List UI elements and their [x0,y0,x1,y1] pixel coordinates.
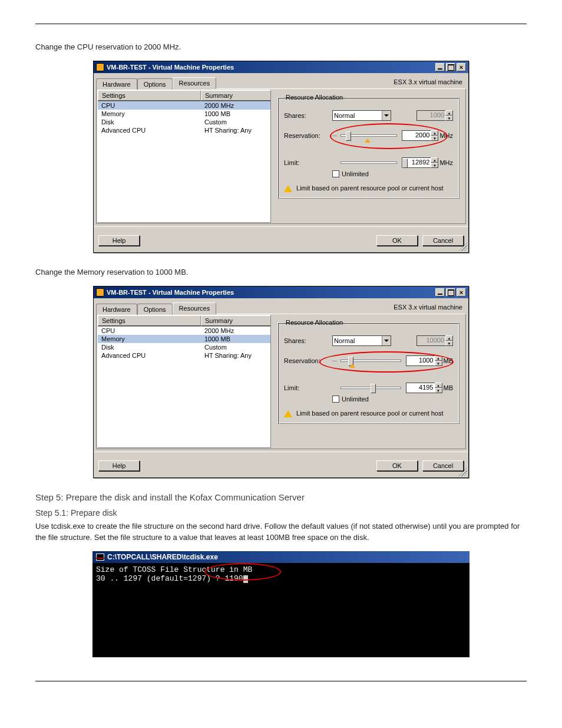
unlimited-label: Unlimited [342,396,369,403]
section-5-title: Step 5: Prepare the disk and install the… [35,492,527,502]
shares-value: Normal [334,112,355,119]
unlimited-checkbox[interactable] [332,396,339,403]
list-rows: CPU 2000 MHz Memory 1000 MB Disk Custom … [98,101,270,222]
row-name: Memory [98,110,201,118]
row-summary: 1000 MB [201,335,270,343]
shares-row: Shares: Normal 10000 ▲▼ [284,335,453,346]
console-title-text: C:\TOPCALL\SHARED\tcdisk.exe [107,553,218,561]
shares-select[interactable]: Normal [332,335,391,346]
resource-allocation-pane: Resource Allocation Shares: Normal 10000… [272,314,465,449]
row-name: Advanced CPU [98,351,201,360]
cursor-icon [243,575,248,583]
tab-resources[interactable]: Resources [173,302,217,314]
tab-bar: Hardware Options Resources ESX 3.x virtu… [94,73,468,88]
header-settings[interactable]: Settings [98,315,201,326]
reservation-label: Reservation: [284,357,332,364]
list-row-advanced-cpu[interactable]: Advanced CPU HT Sharing: Any [98,126,270,134]
limit-spinner[interactable]: ▲▼ [435,383,442,393]
console-titlebar[interactable]: C:\TOPCALL\SHARED\tcdisk.exe [92,551,470,563]
ok-button[interactable]: OK [376,235,418,246]
list-row-memory[interactable]: Memory 1000 MB [98,110,270,118]
limit-spinner[interactable]: ▲▼ [431,157,438,168]
reservation-spinner[interactable]: ▲▼ [431,130,438,141]
tab-hardware[interactable]: Hardware [96,304,137,315]
row-name: CPU [98,327,201,335]
tab-resources[interactable]: Resources [173,77,217,89]
console-window: C:\TOPCALL\SHARED\tcdisk.exe Size of TCO… [92,551,470,657]
shares-spinner[interactable]: ▲▼ [445,335,453,346]
unlimited-label: Unlimited [342,170,369,177]
help-button[interactable]: Help [98,235,140,246]
cancel-button[interactable]: Cancel [422,235,464,246]
row-summary: 2000 MHz [201,327,270,335]
warning-triangle-icon [284,410,292,417]
resize-grip-icon[interactable] [459,243,467,251]
close-button[interactable]: × [457,288,466,297]
list-row-advanced-cpu[interactable]: Advanced CPU HT Sharing: Any [98,351,270,360]
reservation-number[interactable]: 2000 [402,130,431,141]
maximize-button[interactable] [446,288,455,297]
resource-allocation-group: Resource Allocation Shares: Normal 10000… [277,319,459,424]
list-row-disk[interactable]: Disk Custom [98,343,270,351]
shares-number: 1000 [416,110,446,121]
header-summary[interactable]: Summary [201,90,270,101]
shares-spinner[interactable]: ▲▼ [445,110,453,121]
list-row-cpu[interactable]: CPU 2000 MHz [98,101,270,110]
settings-list: Settings Summary CPU 2000 MHz Memory 100… [97,90,271,223]
limit-slider[interactable] [340,162,397,164]
unlimited-row: Unlimited [284,396,453,403]
header-summary[interactable]: Summary [201,315,270,326]
shares-label: Shares: [284,112,332,119]
list-row-cpu[interactable]: CPU 2000 MHz [98,327,270,335]
limit-row: Limit: 4195 ▲▼ MB [284,383,453,393]
slider-thumb-icon[interactable] [346,131,351,141]
resource-allocation-group: Resource Allocation Shares: Normal 1000 … [277,94,459,199]
reservation-number[interactable]: 1000 [406,355,435,366]
shares-row: Shares: Normal 1000 ▲▼ [284,110,453,121]
unlimited-checkbox[interactable] [332,170,339,177]
row-name: Disk [98,343,201,351]
maximize-button[interactable] [446,63,455,71]
limit-number[interactable]: 4195 [406,383,435,393]
titlebar[interactable]: VM-BR-TEST - Virtual Machine Properties … [94,286,468,298]
list-rows: CPU 2000 MHz Memory 1000 MB Disk Custom … [98,327,270,447]
window-title: VM-BR-TEST - Virtual Machine Properties [107,64,434,71]
vm-properties-dialog-cpu: VM-BR-TEST - Virtual Machine Properties … [93,61,469,253]
list-row-memory[interactable]: Memory 1000 MB [98,335,270,343]
dialog-footer: Help OK Cancel [94,226,468,252]
section-5-1-body: Use tcdisk.exe to create the file struct… [35,521,527,542]
list-row-disk[interactable]: Disk Custom [98,118,270,126]
reservation-spinner[interactable]: ▲▼ [435,355,442,366]
cancel-button[interactable]: Cancel [422,460,464,471]
warning-row: Limit based on parent resource pool or c… [284,185,453,192]
limit-slider[interactable] [340,387,401,389]
tab-options[interactable]: Options [137,304,173,315]
resize-grip-icon[interactable] [459,468,467,476]
esx-version-label: ESX 3.x virtual machine [394,78,466,85]
slider-marker-icon [365,139,371,143]
shares-select[interactable]: Normal [332,110,391,121]
reservation-label: Reservation: [284,132,332,139]
console-body[interactable]: Size of TCOSS File Structure in MB 30 ..… [92,563,470,657]
tab-hardware[interactable]: Hardware [96,78,137,90]
unlimited-row: Unlimited [284,170,453,177]
ok-button[interactable]: OK [376,460,418,471]
console-line-2: 30 .. 1297 (default=1297) ? 1190 [96,574,243,583]
slider-thumb-icon[interactable] [371,384,376,393]
titlebar[interactable]: VM-BR-TEST - Virtual Machine Properties … [94,61,468,73]
header-settings[interactable]: Settings [98,90,201,101]
row-summary: Custom [201,343,270,351]
minimize-button[interactable] [435,63,445,71]
vm-properties-dialog-memory: VM-BR-TEST - Virtual Machine Properties … [93,286,469,478]
tab-options[interactable]: Options [137,78,173,90]
close-button[interactable]: × [457,63,466,71]
slider-thumb-icon[interactable] [402,159,408,168]
tab-bar: Hardware Options Resources ESX 3.x virtu… [94,298,468,314]
row-summary: 2000 MHz [201,101,270,110]
reservation-slider[interactable] [340,360,401,362]
minimize-button[interactable] [435,288,445,297]
help-button[interactable]: Help [98,460,140,471]
reservation-slider[interactable] [340,134,397,137]
shares-value: Normal [334,337,355,344]
limit-unit: MHz [439,159,453,166]
